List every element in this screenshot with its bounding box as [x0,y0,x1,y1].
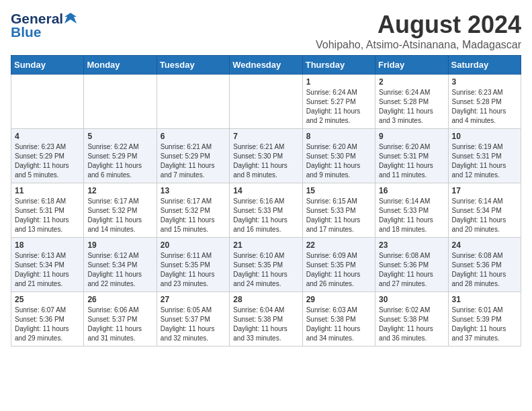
day-number: 2 [379,77,444,87]
day-info: Sunrise: 6:10 AM Sunset: 5:35 PM Dayligh… [233,251,298,289]
calendar-day-cell [11,75,84,129]
calendar-table: SundayMondayTuesdayWednesdayThursdayFrid… [11,55,521,347]
logo: General Blue [11,11,77,40]
day-info: Sunrise: 6:23 AM Sunset: 5:29 PM Dayligh… [15,142,80,180]
day-number: 14 [233,186,298,195]
day-number: 12 [87,186,152,195]
day-info: Sunrise: 6:20 AM Sunset: 5:30 PM Dayligh… [306,142,371,180]
day-info: Sunrise: 6:14 AM Sunset: 5:33 PM Dayligh… [379,197,444,234]
calendar-day-cell: 4Sunrise: 6:23 AM Sunset: 5:29 PM Daylig… [11,129,84,183]
day-info: Sunrise: 6:18 AM Sunset: 5:31 PM Dayligh… [15,197,80,234]
calendar-day-cell: 6Sunrise: 6:21 AM Sunset: 5:29 PM Daylig… [157,129,229,183]
calendar-week-row: 1Sunrise: 6:24 AM Sunset: 5:27 PM Daylig… [11,75,521,129]
day-info: Sunrise: 6:20 AM Sunset: 5:31 PM Dayligh… [379,142,444,180]
day-number: 7 [233,132,298,141]
day-info: Sunrise: 6:19 AM Sunset: 5:31 PM Dayligh… [452,142,517,180]
day-number: 10 [452,132,517,141]
day-number: 11 [15,186,80,195]
day-number: 13 [161,186,226,195]
day-number: 22 [306,240,371,250]
day-number: 23 [379,240,444,250]
calendar-day-cell [157,75,229,129]
day-info: Sunrise: 6:06 AM Sunset: 5:37 PM Dayligh… [87,306,152,343]
day-number: 30 [379,295,444,304]
day-info: Sunrise: 6:09 AM Sunset: 5:35 PM Dayligh… [306,251,371,289]
day-number: 5 [87,132,152,141]
weekday-header: Saturday [448,56,521,75]
calendar-week-row: 4Sunrise: 6:23 AM Sunset: 5:29 PM Daylig… [11,129,521,183]
weekday-header: Wednesday [230,56,302,75]
calendar-day-cell: 27Sunrise: 6:05 AM Sunset: 5:37 PM Dayli… [157,292,229,347]
day-info: Sunrise: 6:17 AM Sunset: 5:32 PM Dayligh… [161,197,226,234]
calendar-day-cell: 5Sunrise: 6:22 AM Sunset: 5:29 PM Daylig… [84,129,157,183]
day-number: 3 [452,77,517,87]
day-number: 20 [161,240,226,250]
weekday-header: Monday [84,56,157,75]
calendar-day-cell: 20Sunrise: 6:11 AM Sunset: 5:35 PM Dayli… [157,238,229,292]
calendar-day-cell: 10Sunrise: 6:19 AM Sunset: 5:31 PM Dayli… [448,129,521,183]
calendar-day-cell: 22Sunrise: 6:09 AM Sunset: 5:35 PM Dayli… [302,238,375,292]
day-number: 27 [161,295,226,304]
day-info: Sunrise: 6:13 AM Sunset: 5:34 PM Dayligh… [15,251,80,289]
calendar-day-cell: 13Sunrise: 6:17 AM Sunset: 5:32 PM Dayli… [157,183,229,238]
calendar-header-row: SundayMondayTuesdayWednesdayThursdayFrid… [11,56,521,75]
day-info: Sunrise: 6:03 AM Sunset: 5:38 PM Dayligh… [306,306,371,343]
day-number: 31 [452,295,517,304]
calendar-week-row: 11Sunrise: 6:18 AM Sunset: 5:31 PM Dayli… [11,183,521,238]
calendar-week-row: 25Sunrise: 6:07 AM Sunset: 5:36 PM Dayli… [11,292,521,347]
logo-blue-text: Blue [11,24,77,40]
day-number: 9 [379,132,444,141]
day-info: Sunrise: 6:21 AM Sunset: 5:29 PM Dayligh… [161,142,226,180]
day-number: 25 [15,295,80,304]
calendar-day-cell: 23Sunrise: 6:08 AM Sunset: 5:36 PM Dayli… [375,238,448,292]
day-info: Sunrise: 6:01 AM Sunset: 5:39 PM Dayligh… [452,306,517,343]
page-subtitle: Vohipaho, Atsimo-Atsinanana, Madagascar [316,39,521,51]
calendar-day-cell: 8Sunrise: 6:20 AM Sunset: 5:30 PM Daylig… [302,129,375,183]
calendar-day-cell: 28Sunrise: 6:04 AM Sunset: 5:38 PM Dayli… [230,292,302,347]
day-info: Sunrise: 6:23 AM Sunset: 5:28 PM Dayligh… [452,88,517,126]
calendar-day-cell [230,75,302,129]
weekday-header: Sunday [11,56,84,75]
day-number: 15 [306,186,371,195]
calendar-day-cell: 15Sunrise: 6:15 AM Sunset: 5:33 PM Dayli… [302,183,375,238]
calendar-day-cell: 3Sunrise: 6:23 AM Sunset: 5:28 PM Daylig… [448,75,521,129]
calendar-day-cell: 21Sunrise: 6:10 AM Sunset: 5:35 PM Dayli… [230,238,302,292]
day-info: Sunrise: 6:08 AM Sunset: 5:36 PM Dayligh… [452,251,517,289]
day-number: 17 [452,186,517,195]
calendar-day-cell: 19Sunrise: 6:12 AM Sunset: 5:34 PM Dayli… [84,238,157,292]
day-info: Sunrise: 6:12 AM Sunset: 5:34 PM Dayligh… [87,251,152,289]
day-number: 28 [233,295,298,304]
day-info: Sunrise: 6:15 AM Sunset: 5:33 PM Dayligh… [306,197,371,234]
weekday-header: Friday [375,56,448,75]
day-info: Sunrise: 6:02 AM Sunset: 5:38 PM Dayligh… [379,306,444,343]
day-info: Sunrise: 6:22 AM Sunset: 5:29 PM Dayligh… [87,142,152,180]
day-number: 4 [15,132,80,141]
day-info: Sunrise: 6:08 AM Sunset: 5:36 PM Dayligh… [379,251,444,289]
calendar-week-row: 18Sunrise: 6:13 AM Sunset: 5:34 PM Dayli… [11,238,521,292]
calendar-day-cell: 11Sunrise: 6:18 AM Sunset: 5:31 PM Dayli… [11,183,84,238]
calendar-day-cell: 24Sunrise: 6:08 AM Sunset: 5:36 PM Dayli… [448,238,521,292]
calendar-day-cell: 1Sunrise: 6:24 AM Sunset: 5:27 PM Daylig… [302,75,375,129]
day-number: 29 [306,295,371,304]
day-number: 19 [87,240,152,250]
page-header: General Blue August 2024 Vohipaho, Atsim… [11,11,521,51]
day-number: 8 [306,132,371,141]
page-title: August 2024 [316,11,521,39]
day-number: 24 [452,240,517,250]
day-number: 26 [87,295,152,304]
calendar-day-cell: 2Sunrise: 6:24 AM Sunset: 5:28 PM Daylig… [375,75,448,129]
day-number: 6 [161,132,226,141]
calendar-day-cell: 31Sunrise: 6:01 AM Sunset: 5:39 PM Dayli… [448,292,521,347]
day-number: 21 [233,240,298,250]
day-info: Sunrise: 6:21 AM Sunset: 5:30 PM Dayligh… [233,142,298,180]
calendar-day-cell: 9Sunrise: 6:20 AM Sunset: 5:31 PM Daylig… [375,129,448,183]
day-number: 16 [379,186,444,195]
calendar-day-cell: 14Sunrise: 6:16 AM Sunset: 5:33 PM Dayli… [230,183,302,238]
day-info: Sunrise: 6:14 AM Sunset: 5:34 PM Dayligh… [452,197,517,234]
day-info: Sunrise: 6:16 AM Sunset: 5:33 PM Dayligh… [233,197,298,234]
calendar-day-cell: 18Sunrise: 6:13 AM Sunset: 5:34 PM Dayli… [11,238,84,292]
title-area: August 2024 Vohipaho, Atsimo-Atsinanana,… [316,11,521,51]
day-number: 18 [15,240,80,250]
calendar-day-cell: 26Sunrise: 6:06 AM Sunset: 5:37 PM Dayli… [84,292,157,347]
calendar-day-cell: 17Sunrise: 6:14 AM Sunset: 5:34 PM Dayli… [448,183,521,238]
